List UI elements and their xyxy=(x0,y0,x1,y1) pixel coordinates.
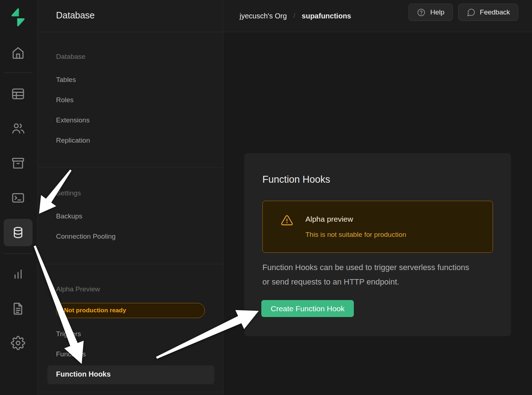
breadcrumb-project[interactable]: supafunctions xyxy=(302,12,351,20)
sidebar-item-extensions[interactable]: Extensions xyxy=(56,116,90,124)
sidebar-bottom-divider xyxy=(38,392,223,392)
settings-gear-icon[interactable] xyxy=(11,336,25,350)
sidebar-item-roles[interactable]: Roles xyxy=(56,96,74,104)
sidebar-item-backups[interactable]: Backups xyxy=(56,212,82,220)
rail-divider xyxy=(4,253,32,254)
storage-icon[interactable] xyxy=(11,156,25,170)
database-icon xyxy=(11,225,25,240)
alert-title: Alpha preview xyxy=(305,215,353,223)
supabase-dashboard: Database Database Tables Roles Extension… xyxy=(0,0,532,395)
menu-divider xyxy=(38,264,223,264)
sidebar-header: Database xyxy=(38,0,223,32)
sidebar-item-triggers[interactable]: Triggers xyxy=(56,330,81,338)
topbar-actions: Help Feedback xyxy=(408,4,518,21)
function-hooks-card: Function Hooks Alpha preview This is not… xyxy=(244,153,511,336)
breadcrumb: jyecusch's Org / supafunctions xyxy=(240,0,351,32)
icon-rail xyxy=(0,0,38,395)
sql-editor-icon[interactable] xyxy=(11,191,25,205)
sidebar-item-connection-pooling[interactable]: Connection Pooling xyxy=(56,233,116,240)
not-production-ready-badge: Not production ready xyxy=(56,303,205,318)
card-description: Function Hooks can be used to trigger se… xyxy=(262,260,472,289)
database-nav-active[interactable] xyxy=(4,219,33,246)
feedback-button[interactable]: Feedback xyxy=(458,4,518,21)
sidebar-item-function-hooks[interactable]: Function Hooks xyxy=(47,365,214,384)
menu-divider xyxy=(38,167,223,168)
section-heading-alpha-preview: Alpha Preview xyxy=(56,285,100,293)
reports-icon[interactable] xyxy=(11,266,25,281)
warning-triangle-icon xyxy=(281,214,293,226)
feedback-button-label: Feedback xyxy=(480,8,510,16)
sidebar-item-function-hooks-label: Function Hooks xyxy=(56,370,111,378)
help-button-label: Help xyxy=(430,8,444,16)
rail-divider xyxy=(4,73,32,73)
feedback-bubble-icon xyxy=(467,8,476,17)
help-button[interactable]: Help xyxy=(408,4,452,21)
sidebar-item-replication[interactable]: Replication xyxy=(56,136,90,144)
help-circle-icon xyxy=(417,8,426,17)
create-function-hook-button[interactable]: Create Function Hook xyxy=(261,300,354,317)
sidebar-item-tables[interactable]: Tables xyxy=(56,76,76,84)
database-sidebar: Database Database Tables Roles Extension… xyxy=(38,0,223,395)
auth-users-icon[interactable] xyxy=(11,121,25,136)
alert-message: This is not suitable for production xyxy=(305,231,406,239)
sidebar-title: Database xyxy=(56,10,95,21)
section-heading-database: Database xyxy=(56,53,85,61)
breadcrumb-org[interactable]: jyecusch's Org xyxy=(240,12,287,20)
section-heading-settings: Settings xyxy=(56,189,81,197)
card-title: Function Hooks xyxy=(262,174,330,185)
sidebar-item-functions[interactable]: Functions xyxy=(56,350,86,358)
home-icon[interactable] xyxy=(11,45,25,60)
supabase-logo-icon[interactable] xyxy=(9,8,27,27)
breadcrumb-separator: / xyxy=(293,12,295,20)
top-header: jyecusch's Org / supafunctions Help Feed… xyxy=(224,0,532,32)
logs-icon[interactable] xyxy=(11,301,25,316)
table-editor-icon[interactable] xyxy=(11,87,25,101)
alpha-preview-alert: Alpha preview This is not suitable for p… xyxy=(262,201,493,253)
